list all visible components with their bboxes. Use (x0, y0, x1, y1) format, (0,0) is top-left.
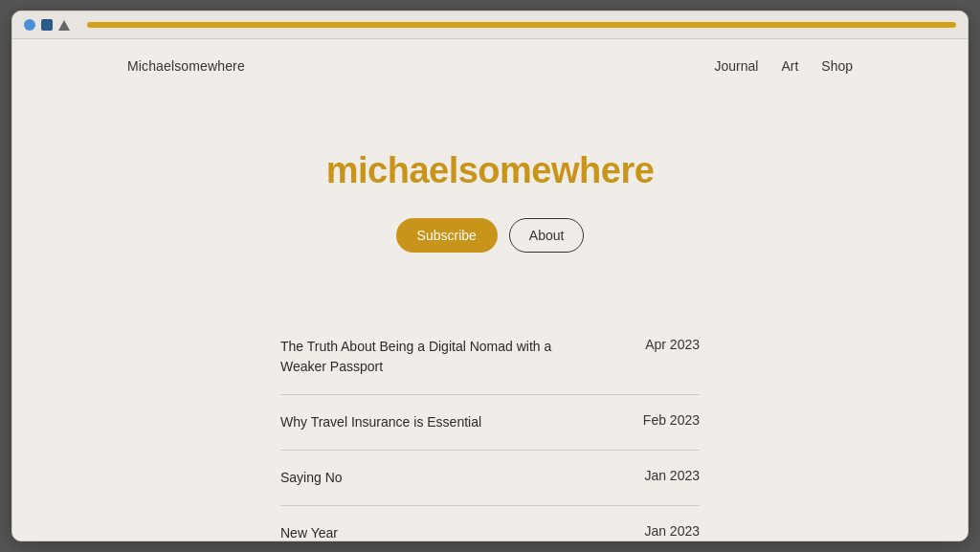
article-date-0: Apr 2023 (645, 337, 700, 352)
article-date-2: Jan 2023 (644, 468, 700, 483)
about-button[interactable]: About (509, 218, 585, 253)
article-title-0: The Truth About Being a Digital Nomad wi… (280, 337, 568, 377)
nav-art[interactable]: Art (781, 58, 798, 74)
article-title-3: New Year (280, 523, 338, 541)
nav-journal[interactable]: Journal (714, 58, 758, 74)
browser-content: Michaelsomewhere Journal Art Shop michae… (12, 39, 968, 541)
article-row-2[interactable]: Saying No Jan 2023 (280, 451, 700, 506)
hero-section: michaelsomewhere Subscribe About (12, 93, 968, 291)
subscribe-button[interactable]: Subscribe (396, 218, 498, 253)
browser-window: Michaelsomewhere Journal Art Shop michae… (11, 11, 969, 541)
article-row-0[interactable]: The Truth About Being a Digital Nomad wi… (280, 320, 700, 395)
nav-shop[interactable]: Shop (821, 58, 853, 74)
hero-title: michaelsomewhere (32, 150, 948, 191)
article-row-1[interactable]: Why Travel Insurance is Essential Feb 20… (280, 395, 700, 451)
site-logo[interactable]: Michaelsomewhere (127, 58, 245, 74)
article-date-1: Feb 2023 (643, 412, 700, 428)
maximize-button-icon[interactable] (58, 20, 70, 31)
traffic-lights (24, 19, 70, 31)
article-row-3[interactable]: New Year Jan 2023 (280, 506, 700, 541)
browser-chrome (12, 11, 968, 39)
close-button-icon[interactable] (24, 19, 35, 31)
article-title-2: Saying No (280, 468, 343, 488)
hero-buttons: Subscribe About (32, 218, 948, 253)
nav-links: Journal Art Shop (714, 58, 853, 74)
article-title-1: Why Travel Insurance is Essential (280, 412, 481, 432)
articles-section: The Truth About Being a Digital Nomad wi… (12, 291, 968, 541)
address-bar[interactable] (87, 22, 956, 28)
minimize-button-icon[interactable] (41, 19, 53, 31)
site-navigation: Michaelsomewhere Journal Art Shop (12, 39, 968, 93)
article-date-3: Jan 2023 (644, 523, 700, 539)
